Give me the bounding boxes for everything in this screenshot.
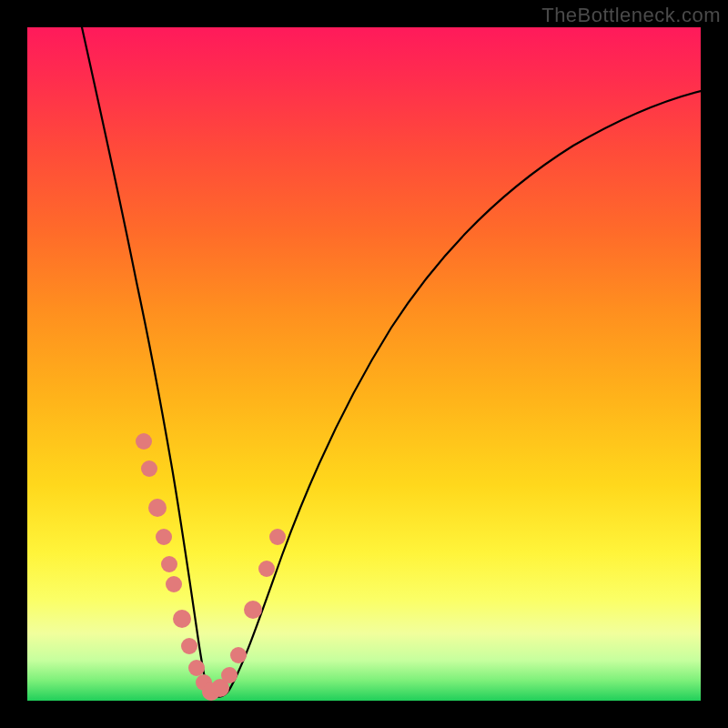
data-dot: [141, 460, 157, 477]
data-dot: [136, 433, 152, 450]
data-dot: [166, 576, 182, 592]
data-dot: [244, 601, 262, 619]
data-dot: [269, 529, 286, 545]
data-dot: [221, 667, 238, 683]
watermark-text: TheBottleneck.com: [541, 4, 721, 27]
plot-area: [27, 27, 701, 701]
data-dot: [156, 529, 172, 545]
curve-left-arm: [82, 27, 207, 692]
chart-frame: TheBottleneck.com: [0, 0, 728, 728]
data-dot: [188, 660, 205, 676]
bottleneck-curve: [27, 27, 701, 701]
data-dot: [173, 610, 191, 628]
data-dot: [161, 556, 177, 572]
curve-right-arm: [207, 91, 701, 697]
data-dot: [258, 561, 275, 577]
data-dot: [148, 499, 167, 517]
data-dot: [230, 647, 247, 663]
data-dot: [181, 638, 197, 654]
